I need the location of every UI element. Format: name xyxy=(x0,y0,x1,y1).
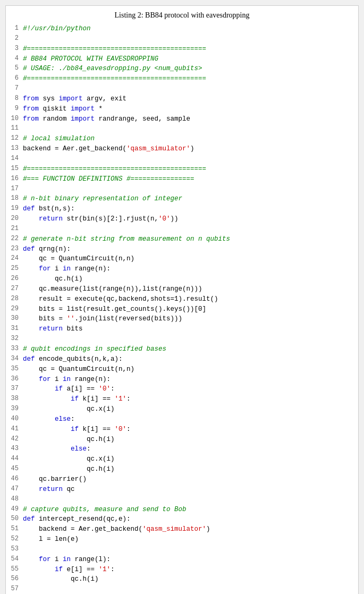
code-line: 56 qc.h(i) xyxy=(8,574,356,584)
line-number: 51 xyxy=(8,524,23,534)
code-line: 3#======================================… xyxy=(8,44,356,54)
code-line: 8from sys import argv, exit xyxy=(8,94,356,104)
code-line: 22# generate n-bit string from measureme… xyxy=(8,234,356,244)
code-line: 19def bst(n,s): xyxy=(8,204,356,214)
line-number: 12 xyxy=(8,134,23,144)
line-number: 50 xyxy=(8,514,23,524)
code-line: 53 xyxy=(8,545,356,555)
line-number: 22 xyxy=(8,234,23,244)
code-line: 5# USAGE: ./bb84_eavesdropping.py <num_q… xyxy=(8,64,356,74)
line-number: 30 xyxy=(8,314,23,324)
line-content: backend = Aer.get_backend('qasm_simulato… xyxy=(23,144,356,154)
line-content: qc.barrier() xyxy=(23,474,356,485)
line-number: 3 xyxy=(8,44,23,54)
code-line: 16#=== FUNCTION DEFINITIONS #===========… xyxy=(8,174,356,184)
line-content: # n-bit binary representation of integer xyxy=(23,194,356,204)
line-content: from sys import argv, exit xyxy=(23,94,356,104)
line-number: 32 xyxy=(8,334,23,344)
line-number: 40 xyxy=(8,414,23,425)
line-content: # BB84 PROTOCOL WITH EAVESDROPPING xyxy=(23,54,356,64)
line-content: l = len(e) xyxy=(23,534,356,545)
line-content: from qiskit import * xyxy=(23,104,356,114)
line-content: qc.h(i) xyxy=(23,574,356,584)
line-number: 37 xyxy=(8,384,23,394)
code-line: 46 qc.barrier() xyxy=(8,474,356,485)
code-line: 44 qc.x(i) xyxy=(8,454,356,464)
line-number: 13 xyxy=(8,144,23,154)
code-line: 17 xyxy=(8,184,356,194)
line-number: 39 xyxy=(8,404,23,414)
line-content: from random import randrange, seed, samp… xyxy=(23,114,356,124)
line-content xyxy=(23,154,356,164)
code-line: 11 xyxy=(8,124,356,134)
line-number: 6 xyxy=(8,74,23,84)
line-content: if e[i] == '1': xyxy=(23,565,356,575)
line-number: 45 xyxy=(8,464,23,474)
code-line: 34def encode_qubits(n,k,a): xyxy=(8,354,356,364)
code-line: 47 return qc xyxy=(8,485,356,495)
line-content xyxy=(23,545,356,555)
code-line: 14 xyxy=(8,154,356,164)
line-number: 25 xyxy=(8,264,23,274)
code-line: 55 if e[i] == '1': xyxy=(8,565,356,575)
line-content: if k[i] == '0': xyxy=(23,425,356,435)
line-content xyxy=(23,84,356,94)
code-line: 12# local simulation xyxy=(8,134,356,144)
code-line: 36 for i in range(n): xyxy=(8,375,356,385)
code-line: 40 else: xyxy=(8,414,356,425)
line-number: 53 xyxy=(8,545,23,555)
code-line: 2 xyxy=(8,34,356,44)
line-content: else: xyxy=(23,444,356,454)
line-number: 15 xyxy=(8,164,23,174)
line-number: 52 xyxy=(8,534,23,545)
code-line: 4# BB84 PROTOCOL WITH EAVESDROPPING xyxy=(8,54,356,64)
line-number: 17 xyxy=(8,184,23,194)
line-content: if a[i] == '0': xyxy=(23,384,356,394)
line-number: 10 xyxy=(8,114,23,124)
code-line: 27 qc.measure(list(range(n)),list(range(… xyxy=(8,284,356,294)
line-content: backend = Aer.get_backend('qasm_simulato… xyxy=(23,524,356,534)
code-line: 18# n-bit binary representation of integ… xyxy=(8,194,356,204)
code-line: 32 xyxy=(8,334,356,344)
code-line: 10from random import randrange, seed, sa… xyxy=(8,114,356,124)
line-number: 54 xyxy=(8,555,23,565)
line-content: return bits xyxy=(23,324,356,334)
line-content: if k[i] == '1': xyxy=(23,394,356,404)
line-number: 44 xyxy=(8,454,23,464)
line-number: 26 xyxy=(8,274,23,284)
line-number: 21 xyxy=(8,224,23,234)
line-content: qc.x(i) xyxy=(23,454,356,464)
line-content: return str(bin(s)[2:].rjust(n,'0')) xyxy=(23,214,356,224)
code-line: 42 qc.h(i) xyxy=(8,435,356,445)
line-number: 4 xyxy=(8,54,23,64)
code-line: 41 if k[i] == '0': xyxy=(8,425,356,435)
line-number: 23 xyxy=(8,244,23,254)
line-content: for i in range(n): xyxy=(23,264,356,274)
line-number: 11 xyxy=(8,124,23,134)
line-content: #=======================================… xyxy=(23,44,356,54)
line-content: # qubit encodings in specified bases xyxy=(23,344,356,354)
listing-container: Listing 2: BB84 protocol with eavesdropp… xyxy=(5,5,359,594)
line-number: 43 xyxy=(8,444,23,454)
line-content xyxy=(23,184,356,194)
line-number: 47 xyxy=(8,485,23,495)
line-content: def qrng(n): xyxy=(23,244,356,254)
line-number: 34 xyxy=(8,354,23,364)
line-number: 24 xyxy=(8,254,23,264)
line-number: 5 xyxy=(8,64,23,74)
code-line: 21 xyxy=(8,224,356,234)
line-content: bits = list(result.get_counts().keys())[… xyxy=(23,304,356,315)
line-content xyxy=(23,334,356,344)
line-content: result = execute(qc,backend,shots=1).res… xyxy=(23,294,356,304)
code-line: 20 return str(bin(s)[2:].rjust(n,'0')) xyxy=(8,214,356,224)
code-line: 51 backend = Aer.get_backend('qasm_simul… xyxy=(8,524,356,534)
line-number: 31 xyxy=(8,324,23,334)
code-line: 30 bits = ''.join(list(reversed(bits))) xyxy=(8,314,356,324)
code-line: 33# qubit encodings in specified bases xyxy=(8,344,356,354)
line-content: qc.measure(list(range(n)),list(range(n))… xyxy=(23,284,356,294)
line-number: 1 xyxy=(8,24,23,34)
line-number: 48 xyxy=(8,495,23,505)
line-number: 7 xyxy=(8,84,23,94)
line-number: 42 xyxy=(8,435,23,445)
line-content: #=======================================… xyxy=(23,164,356,174)
